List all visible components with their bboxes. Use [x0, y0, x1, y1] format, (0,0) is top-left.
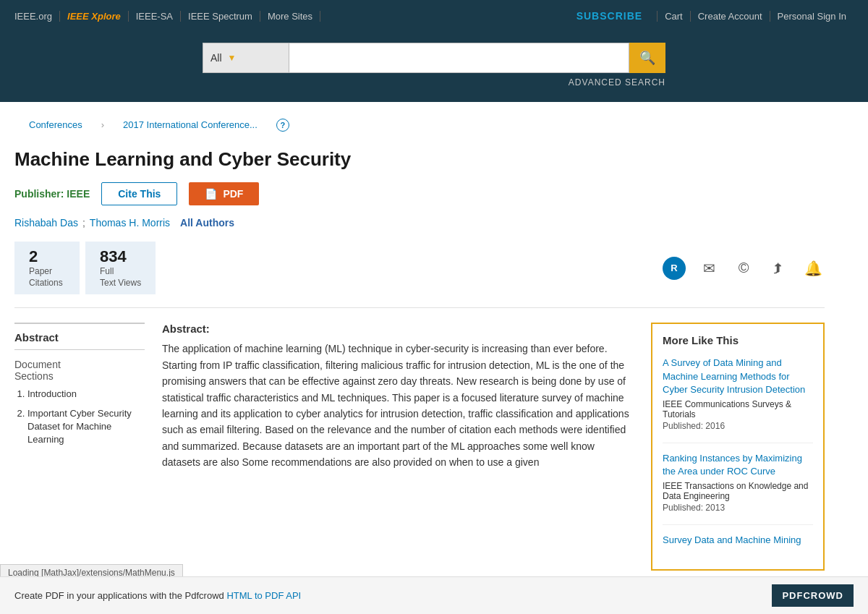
doc-sections-sidebar: DocumentSections Introduction Important …	[14, 359, 145, 446]
related-item-1-venue: IEEE Communications Surveys & Tutorials	[663, 399, 813, 419]
sign-in-link[interactable]: Personal Sign In	[770, 11, 854, 22]
related-item-2-link[interactable]: Ranking Instances by Maximizing the Area…	[663, 452, 813, 478]
abstract-text: The application of machine learning (ML)…	[162, 341, 634, 470]
abstract-sidebar-label: Abstract	[14, 331, 145, 350]
paper-title: Machine Learning and Cyber Security	[14, 148, 825, 172]
pdfcrowd-button[interactable]: PDFCROWD	[772, 584, 854, 585]
nav-ieee-xplore[interactable]: IEEE Xplore	[60, 11, 129, 22]
related-item-2-year: Published: 2013	[663, 503, 813, 513]
more-like-this-box: More Like This A Survey of Data Mining a…	[651, 323, 825, 570]
author-rishabh-das[interactable]: Rishabah Das	[14, 217, 78, 229]
full-text-views-stat: 834 FullText Views	[85, 242, 156, 295]
publisher-row: Publisher: IEEE Cite This 📄 PDF	[14, 182, 825, 205]
search-category-dropdown[interactable]: All ▼	[203, 43, 289, 73]
bottom-banner: Create PDF in your applications with the…	[0, 576, 868, 585]
right-sidebar: More Like This A Survey of Data Mining a…	[651, 323, 825, 570]
search-button[interactable]: 🔍	[629, 43, 665, 73]
abstract-section: Abstract: The application of machine lea…	[162, 323, 634, 470]
article-area: Abstract: The application of machine lea…	[162, 323, 634, 570]
related-divider	[663, 443, 813, 443]
related-item-1-year: Published: 2016	[663, 421, 813, 431]
create-account-link[interactable]: Create Account	[690, 11, 770, 22]
citations-label: PaperCitations	[29, 266, 65, 289]
search-icon: 🔍	[639, 50, 655, 66]
views-count: 834	[100, 247, 141, 266]
author-thomas-morris[interactable]: Thomas H. Morris	[90, 217, 170, 229]
all-authors-button[interactable]: All Authors	[180, 217, 234, 229]
authors-row: Rishabah Das ; Thomas H. Morris All Auth…	[14, 217, 825, 229]
nav-more-sites[interactable]: More Sites	[260, 11, 320, 22]
search-section: All ▼ 🔍 ADVANCED SEARCH	[0, 32, 868, 102]
share-icon[interactable]: ⮭	[767, 257, 790, 280]
top-navigation: IEEE.org IEEE Xplore IEEE-SA IEEE Spectr…	[0, 0, 868, 32]
email-icon[interactable]: ✉	[697, 257, 720, 280]
toc-item-2[interactable]: Important Cyber Security Dataset for Mac…	[27, 407, 145, 447]
doc-sections-label: DocumentSections	[14, 359, 145, 382]
search-input[interactable]	[289, 43, 629, 73]
breadcrumb-conference-detail[interactable]: 2017 International Conference...	[109, 111, 272, 139]
more-like-this-title: More Like This	[663, 334, 813, 346]
related-item-1: A Survey of Data Mining and Machine Lear…	[663, 357, 813, 431]
related-item-3: Survey Data and Machine Mining	[663, 534, 813, 547]
paper-citations-stat: 2 PaperCitations	[14, 242, 80, 295]
toc-item-1[interactable]: Introduction	[27, 388, 145, 401]
nav-ieee-spectrum[interactable]: IEEE Spectrum	[181, 11, 260, 22]
abstract-heading: Abstract:	[162, 323, 634, 335]
pdf-label: PDF	[223, 188, 243, 200]
cite-this-button[interactable]: Cite This	[101, 182, 177, 205]
related-item-2-venue: IEEE Transactions on Knowledge and Data …	[663, 481, 813, 501]
views-label: FullText Views	[100, 266, 141, 289]
publisher-label: Publisher: IEEE	[14, 188, 90, 200]
breadcrumb-separator: ›	[101, 119, 104, 130]
author-separator: ;	[82, 217, 85, 229]
citations-count: 2	[29, 247, 65, 266]
dropdown-arrow-icon: ▼	[228, 53, 237, 63]
search-row: All ▼ 🔍	[203, 43, 665, 73]
nav-ieee-org[interactable]: IEEE.org	[14, 11, 60, 22]
subscribe-link[interactable]: SUBSCRIBE	[576, 10, 642, 22]
help-icon[interactable]: ?	[276, 119, 289, 132]
cart-link[interactable]: Cart	[657, 11, 690, 22]
content-row: Abstract DocumentSections Introduction I…	[14, 323, 825, 570]
main-content: Machine Learning and Cyber Security Publ…	[0, 148, 839, 585]
action-icons: R ✉ © ⮭ 🔔	[663, 257, 825, 280]
research-icon[interactable]: R	[663, 257, 686, 280]
advanced-search-link[interactable]: ADVANCED SEARCH	[569, 77, 665, 88]
search-category-label: All	[210, 52, 222, 64]
nav-links-right: Cart Create Account Personal Sign In	[657, 11, 854, 22]
pdf-button[interactable]: 📄 PDF	[189, 182, 259, 205]
copyright-icon[interactable]: ©	[732, 257, 755, 280]
related-item-3-link[interactable]: Survey Data and Machine Mining	[663, 534, 813, 547]
related-divider-2	[663, 524, 813, 525]
related-item-2: Ranking Instances by Maximizing the Area…	[663, 452, 813, 513]
pdf-icon: 📄	[205, 188, 217, 200]
stats-row: 2 PaperCitations 834 FullText Views R ✉ …	[14, 242, 825, 309]
breadcrumb-conferences[interactable]: Conferences	[14, 111, 97, 139]
table-of-contents: Introduction Important Cyber Security Da…	[14, 388, 145, 446]
breadcrumb: Conferences › 2017 International Confere…	[0, 102, 868, 148]
alert-bell-icon[interactable]: 🔔	[801, 257, 825, 280]
left-sidebar: Abstract DocumentSections Introduction I…	[14, 323, 145, 570]
nav-links-left: IEEE.org IEEE Xplore IEEE-SA IEEE Spectr…	[14, 11, 320, 22]
related-item-1-link[interactable]: A Survey of Data Mining and Machine Lear…	[663, 357, 813, 396]
nav-ieee-sa[interactable]: IEEE-SA	[129, 11, 181, 22]
